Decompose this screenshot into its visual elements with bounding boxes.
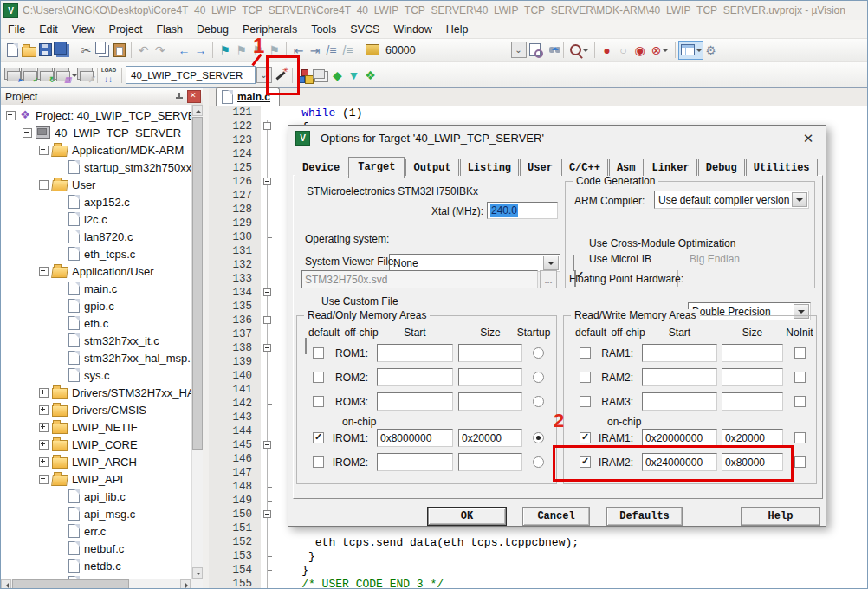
tab-user[interactable]: User — [520, 159, 560, 176]
tree-expander-minus[interactable] — [39, 146, 49, 155]
stop-build-icon[interactable] — [77, 67, 94, 84]
size-input[interactable]: 0x20000 — [458, 429, 522, 447]
cross-module-checkbox[interactable] — [573, 255, 574, 271]
tree-expander-minus[interactable] — [39, 180, 49, 190]
menu-window[interactable]: Window — [386, 22, 438, 37]
tree-vertical-scrollbar[interactable] — [191, 105, 203, 579]
paste-icon[interactable] — [111, 42, 127, 59]
dialog-close-icon[interactable]: ✕ — [791, 126, 826, 151]
menu-svcs[interactable]: SVCS — [343, 22, 386, 37]
translate-icon[interactable] — [4, 67, 21, 84]
kill-all-breakpoints-icon[interactable]: ⊗ — [648, 42, 671, 59]
tree-item-drivers-stm32h7xx-hal-[interactable]: Drivers/STM32H7xx_HAL_ — [1, 384, 191, 401]
tree-expander-plus[interactable] — [39, 423, 49, 432]
tree-item-application-mdk-arm[interactable]: Application/MDK-ARM — [1, 141, 191, 159]
fold-collapse-icon[interactable] — [263, 441, 271, 449]
redo-icon[interactable]: ↷ — [152, 42, 168, 59]
ok-button[interactable]: OK — [427, 507, 507, 526]
wrench-icon[interactable]: ⚙ — [703, 42, 719, 59]
size-input[interactable] — [458, 453, 522, 471]
scroll-thumb[interactable] — [12, 579, 129, 589]
tree-item-lwip-api[interactable]: LWIP_API — [1, 470, 191, 488]
noinit-checkbox[interactable] — [794, 432, 806, 443]
startup-radio[interactable] — [533, 456, 544, 468]
dropdown-arrow-icon[interactable] — [792, 192, 807, 207]
scroll-left-button[interactable] — [1, 579, 11, 589]
download-icon[interactable] — [101, 67, 118, 84]
tree-item-stm32h7xx-hal-msp-c[interactable]: stm32h7xx_hal_msp.c — [1, 349, 191, 366]
default-checkbox[interactable] — [313, 396, 324, 407]
default-checkbox[interactable] — [580, 396, 591, 407]
tree-item-err-c[interactable]: err.c — [1, 522, 191, 540]
start-input[interactable] — [377, 368, 453, 386]
fold-collapse-icon[interactable] — [263, 510, 271, 518]
navigate-forward-icon[interactable]: → — [192, 42, 209, 59]
build-icon[interactable] — [21, 67, 37, 84]
tree-item-lwip-core[interactable]: LWIP_CORE — [1, 436, 191, 453]
find-next-icon[interactable] — [527, 42, 543, 59]
panel-splitter[interactable] — [203, 88, 209, 589]
pack-installer-icon[interactable]: ❖ — [362, 67, 379, 84]
os-select[interactable]: None — [389, 254, 560, 272]
tree-item-eth-tcps-c[interactable]: eth_tcps.c — [1, 245, 191, 262]
uncomment-icon[interactable]: /≡ — [340, 42, 356, 59]
filter-icon[interactable]: ▼ — [346, 67, 362, 84]
disable-all-breakpoints-icon[interactable]: ◉ — [632, 42, 648, 59]
bookmark-next-icon[interactable]: ⚑ — [233, 42, 249, 59]
start-input[interactable] — [377, 392, 453, 411]
cut-icon[interactable]: ✂ — [78, 42, 94, 59]
scroll-down-button[interactable] — [192, 567, 203, 579]
noinit-checkbox[interactable] — [794, 396, 806, 407]
tree-expander-plus[interactable] — [39, 457, 49, 467]
menu-edit[interactable]: Edit — [32, 22, 65, 37]
fold-collapse-icon[interactable] — [263, 316, 271, 324]
tab-cc[interactable]: C/C++ — [561, 159, 608, 176]
target-select[interactable]: 40_LWIP_TCP_SERVER — [126, 66, 256, 84]
fold-collapse-icon[interactable] — [263, 178, 271, 185]
start-input[interactable] — [642, 344, 717, 362]
tree-expander-plus[interactable] — [39, 440, 49, 450]
copy-icon[interactable] — [94, 42, 111, 59]
default-checkbox[interactable] — [580, 372, 591, 383]
xtal-input[interactable]: 240.0 — [487, 202, 558, 219]
startup-radio[interactable] — [533, 372, 544, 383]
cancel-button[interactable]: Cancel — [522, 507, 590, 526]
tree-item-drivers-cmsis[interactable]: Drivers/CMSIS — [1, 401, 191, 418]
start-input[interactable]: 0x8000000 — [377, 429, 453, 447]
navigate-back-icon[interactable]: ← — [176, 42, 192, 59]
tree-item-sys-c[interactable]: sys.c — [1, 366, 191, 384]
tree-expander-plus[interactable] — [39, 388, 49, 398]
indent-icon[interactable]: ⇥ — [307, 42, 323, 59]
tree-expander-plus[interactable] — [39, 405, 49, 415]
startup-radio[interactable] — [533, 396, 544, 407]
tree-item-project-40-lwip-tcp-server[interactable]: ❖Project: 40_LWIP_TCP_SERVER — [1, 107, 191, 124]
default-checkbox[interactable] — [580, 432, 591, 443]
tree-item-40-lwip-tcp-server[interactable]: 40_LWIP_TCP_SERVER — [1, 124, 191, 141]
tree-expander-minus[interactable] — [23, 128, 32, 138]
tree-item-api-msg-c[interactable]: api_msg.c — [1, 505, 191, 522]
tab-debug[interactable]: Debug — [698, 159, 745, 176]
tree-item-i2c-c[interactable]: i2c.c — [1, 210, 191, 228]
size-input[interactable] — [458, 392, 522, 411]
tab-linker[interactable]: Linker — [645, 159, 697, 176]
arm-compiler-select[interactable]: Use default compiler version 5 — [654, 191, 809, 209]
undo-icon[interactable]: ↶ — [135, 42, 152, 59]
tree-item-application-user[interactable]: Application/User — [1, 262, 191, 280]
open-file-icon[interactable] — [21, 42, 37, 59]
tree-expander-minus[interactable] — [39, 267, 49, 276]
menu-tools[interactable]: Tools — [304, 22, 343, 37]
size-input[interactable] — [722, 368, 783, 386]
tree-item-eth-c[interactable]: eth.c — [1, 314, 191, 332]
comment-icon[interactable]: /≡ — [323, 42, 340, 59]
batch-build-icon[interactable] — [54, 67, 77, 84]
menu-view[interactable]: View — [65, 22, 102, 37]
tree-item-gpio-c[interactable]: gpio.c — [1, 297, 191, 314]
rebuild-all-icon[interactable] — [37, 67, 54, 84]
size-input[interactable] — [722, 344, 783, 362]
fold-collapse-icon[interactable] — [263, 122, 271, 130]
find-dropdown-button[interactable]: ⌄ — [510, 42, 527, 59]
tree-item-startup-stm32h750xx-s[interactable]: startup_stm32h750xx.s — [1, 159, 191, 176]
window-layout-icon[interactable] — [679, 42, 703, 59]
size-input[interactable]: 0x20000 — [722, 429, 783, 447]
tab-listing[interactable]: Listing — [460, 159, 519, 176]
